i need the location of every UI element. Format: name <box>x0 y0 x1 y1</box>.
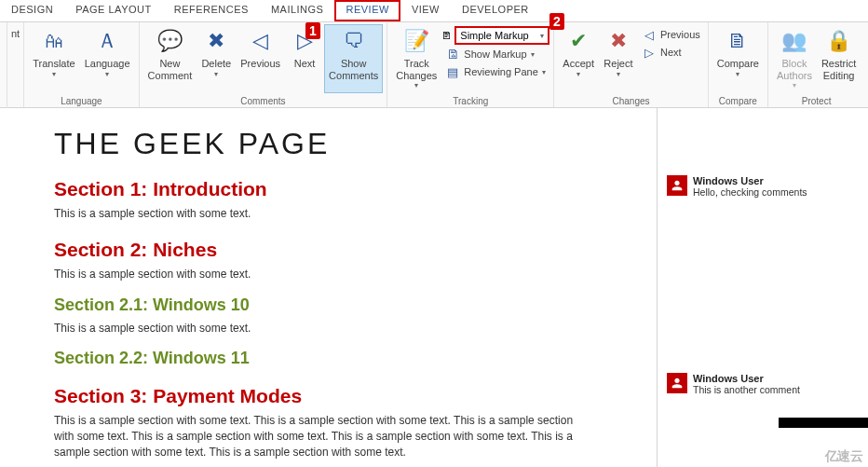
comments-pane: Windows User Hello, checking comments Wi… <box>659 108 868 467</box>
ribbon: nt 🗛 Translate ▾ Ａ Language ▾ Language 💬… <box>0 22 868 108</box>
show-comments-icon: 🗨 <box>339 26 369 56</box>
heading-section-2: Section 2: Niches <box>54 239 657 261</box>
reject-button[interactable]: ✖ Reject ▾ <box>599 24 638 93</box>
group-protect: 👥 Block Authors ▾ 🔒 Restrict Editing Pro… <box>768 22 864 107</box>
reviewing-pane-icon: ▤ <box>445 64 460 79</box>
callout-2: 2 <box>549 13 564 30</box>
reviewing-pane-button[interactable]: ▤ Reviewing Pane ▾ <box>441 63 549 80</box>
comment-1[interactable]: Windows User Hello, checking comments <box>667 175 861 198</box>
accept-button[interactable]: ✔ Accept ▾ <box>558 24 599 93</box>
show-comments-button[interactable]: 🗨 Show Comments <box>324 24 383 93</box>
avatar-icon <box>667 175 687 196</box>
block-authors-button[interactable]: 👥 Block Authors ▾ <box>772 24 817 93</box>
document-area[interactable]: THE GEEK PAGE Section 1: Introduction Th… <box>0 108 658 467</box>
group-changes: ✔ Accept ▾ ✖ Reject ▾ ◁ Previous ▷ Next <box>554 22 708 107</box>
group-language: 🗛 Translate ▾ Ａ Language ▾ Language <box>24 22 139 107</box>
doc-title: THE GEEK PAGE <box>54 127 657 161</box>
group-comments: 💬 New Comment ✖ Delete ▾ ◁ Previous ▷ Ne… <box>140 22 388 107</box>
chevron-down-icon: ▾ <box>540 32 544 40</box>
accept-icon: ✔ <box>563 26 593 56</box>
show-markup-button[interactable]: 🖺 Show Markup ▾ <box>441 46 549 62</box>
group-label-protect: Protect <box>772 96 861 107</box>
group-label-compare: Compare <box>712 96 764 107</box>
comment-author: Windows User <box>693 373 861 384</box>
restrict-editing-icon: 🔒 <box>824 26 854 56</box>
language-button[interactable]: Ａ Language ▾ <box>80 24 135 93</box>
group-label-changes: Changes <box>558 96 703 107</box>
markup-select-value: Simple Markup <box>460 30 528 41</box>
previous-change-button[interactable]: ◁ Previous <box>638 26 704 43</box>
avatar-icon <box>667 373 687 393</box>
new-comment-icon: 💬 <box>155 26 184 56</box>
translate-icon: 🗛 <box>39 26 69 56</box>
comment-text: Hello, checking comments <box>693 186 861 198</box>
track-changes-button[interactable]: 📝 Track Changes ▾ <box>391 24 441 93</box>
tab-page-layout[interactable]: PAGE LAYOUT <box>64 0 163 21</box>
show-markup-icon: 🖺 <box>445 47 460 62</box>
previous-change-icon: ◁ <box>642 27 657 42</box>
compare-button[interactable]: 🗎 Compare ▾ <box>712 24 764 93</box>
new-comment-button[interactable]: 💬 New Comment <box>143 24 197 93</box>
tab-mailings[interactable]: MAILINGS <box>260 0 335 21</box>
restrict-editing-button[interactable]: 🔒 Restrict Editing <box>817 24 861 93</box>
delete-icon: ✖ <box>201 26 231 56</box>
comment-author: Windows User <box>693 175 861 186</box>
translate-button[interactable]: 🗛 Translate ▾ <box>28 24 79 93</box>
ribbon-tabs: DESIGN PAGE LAYOUT REFERENCES MAILINGS R… <box>0 0 868 22</box>
watermark: 亿速云 <box>825 448 863 465</box>
previous-comment-icon: ◁ <box>246 26 276 56</box>
section-2-text: This is a sample section with some text. <box>54 267 585 282</box>
heading-section-1: Section 1: Introduction <box>54 178 657 200</box>
display-for-review-select[interactable]: Simple Markup ▾ <box>454 26 549 45</box>
group-compare: 🗎 Compare ▾ Compare <box>709 22 768 107</box>
track-changes-icon: 📝 <box>401 26 431 56</box>
compare-icon: 🗎 <box>723 26 753 56</box>
group-label-comments: Comments <box>143 96 384 107</box>
partial-left-button[interactable]: nt <box>11 24 20 93</box>
tab-design[interactable]: DESIGN <box>0 0 64 21</box>
section-2-1-text: This is a sample section with some text. <box>54 321 585 337</box>
markup-icon: 🖹 <box>441 30 452 41</box>
section-3-text: This is a sample section with some text.… <box>54 413 585 460</box>
heading-section-2-2: Section 2.2: Windows 11 <box>54 349 657 368</box>
group-label-language: Language <box>28 96 134 107</box>
comment-2[interactable]: Windows User This is another comment <box>667 373 861 395</box>
tab-view[interactable]: VIEW <box>400 0 451 21</box>
next-change-icon: ▷ <box>642 45 657 60</box>
redaction-bar <box>779 418 868 428</box>
callout-1: 1 <box>305 22 320 39</box>
group-tracking: 📝 Track Changes ▾ 🖹 Simple Markup ▾ 🖺 Sh… <box>387 22 554 107</box>
tab-references[interactable]: REFERENCES <box>163 0 260 21</box>
reject-icon: ✖ <box>604 26 633 56</box>
delete-comment-button[interactable]: ✖ Delete ▾ <box>197 24 236 93</box>
language-icon: Ａ <box>92 26 122 56</box>
group-label-tracking: Tracking <box>391 96 549 107</box>
tab-developer[interactable]: DEVELOPER <box>451 0 540 21</box>
comment-text: This is another comment <box>693 384 861 395</box>
section-1-text: This is a sample section with some text. <box>54 206 585 222</box>
next-change-button[interactable]: ▷ Next <box>638 44 704 61</box>
heading-section-3: Section 3: Payment Modes <box>54 385 657 407</box>
block-authors-icon: 👥 <box>780 26 809 56</box>
heading-section-2-1: Section 2.1: Windows 10 <box>54 295 657 315</box>
previous-comment-button[interactable]: ◁ Previous <box>236 24 285 93</box>
tab-review[interactable]: REVIEW <box>334 0 400 21</box>
